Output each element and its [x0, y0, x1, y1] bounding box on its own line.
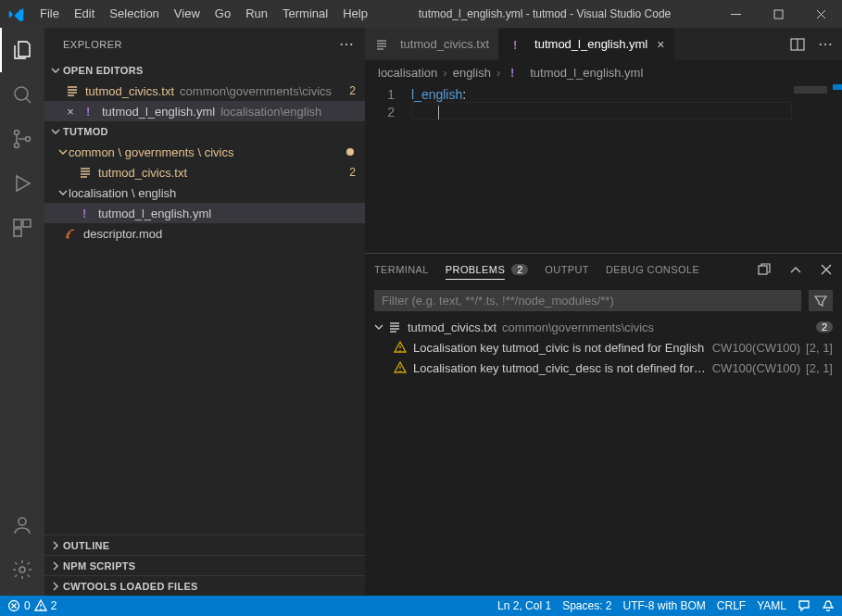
svg-point-2: [15, 87, 28, 100]
activity-accounts[interactable]: [0, 503, 44, 547]
more-icon[interactable]: ⋯: [818, 35, 833, 53]
chevron-right-icon: [48, 560, 63, 572]
file-icon: [65, 83, 80, 98]
open-editor-item[interactable]: tutmod_civics.txt common\governments\civ…: [44, 81, 365, 101]
status-bell-icon[interactable]: [822, 599, 835, 612]
panel-tab-terminal[interactable]: TERMINAL: [374, 260, 429, 279]
activity-settings[interactable]: [0, 547, 44, 592]
file-icon: !: [82, 104, 96, 119]
activity-bar: [0, 28, 44, 596]
menu-bar: File Edit Selection View Go Run Terminal…: [32, 0, 375, 28]
activity-run-debug[interactable]: [0, 161, 44, 206]
activity-source-control[interactable]: [0, 117, 44, 161]
menu-terminal[interactable]: Terminal: [275, 0, 335, 28]
folder-row[interactable]: localisation \ english: [44, 182, 365, 203]
panel-close-icon[interactable]: [820, 263, 833, 276]
problem-message: Localisation key tutmod_civic is not def…: [413, 341, 704, 355]
problem-item[interactable]: Localisation key tutmod_civic_desc is no…: [365, 358, 842, 378]
section-npm-scripts[interactable]: NPM SCRIPTS: [44, 555, 365, 575]
split-editor-icon[interactable]: [790, 37, 805, 52]
chevron-down-icon: [57, 146, 69, 157]
tab-bar: tutmod_civics.txt ! tutmod_l_english.yml…: [365, 28, 842, 60]
section-outline[interactable]: OUTLINE: [44, 534, 365, 555]
activity-search[interactable]: [0, 72, 44, 117]
status-bar: 0 2 Ln 2, Col 1 Spaces: 2 UTF-8 with BOM…: [0, 596, 842, 616]
file-row[interactable]: tutmod_civics.txt 2: [44, 162, 365, 182]
sidebar-more-icon[interactable]: ⋯: [339, 35, 355, 53]
panel-maximize-icon[interactable]: [788, 262, 803, 277]
activity-explorer[interactable]: [0, 28, 44, 72]
minimap[interactable]: [792, 84, 829, 253]
status-feedback-icon[interactable]: [798, 599, 811, 612]
section-label: NPM SCRIPTS: [63, 560, 135, 572]
status-eol[interactable]: CRLF: [717, 599, 746, 612]
breadcrumb-item[interactable]: english: [453, 66, 491, 80]
menu-view[interactable]: View: [167, 0, 207, 28]
status-encoding[interactable]: UTF-8 with BOM: [623, 599, 706, 612]
breadcrumb[interactable]: localisation › english › ! tutmod_l_engl…: [365, 60, 842, 84]
file-icon: [63, 226, 78, 241]
problem-source: CW100(CW100): [712, 361, 800, 375]
folder-row[interactable]: common \ governments \ civics: [44, 142, 365, 162]
problem-source: CW100(CW100): [712, 341, 800, 355]
file-row[interactable]: ! tutmod_l_english.yml: [44, 203, 365, 223]
problems-filter-input[interactable]: [374, 290, 801, 311]
code-editor[interactable]: 1 2 l_english:: [365, 84, 842, 253]
section-label: CWTOOLS LOADED FILES: [63, 581, 198, 592]
status-language[interactable]: YAML: [757, 599, 786, 612]
code-token: l_english: [411, 87, 462, 102]
status-errors[interactable]: 0 2: [7, 599, 57, 612]
panel-restore-icon[interactable]: [757, 262, 772, 277]
menu-help[interactable]: Help: [335, 0, 375, 28]
tab-english[interactable]: ! tutmod_l_english.yml ×: [499, 28, 674, 60]
chevron-down-icon: [371, 321, 387, 333]
menu-selection[interactable]: Selection: [102, 0, 166, 28]
close-icon[interactable]: ×: [63, 105, 78, 119]
activity-extensions[interactable]: [0, 206, 44, 250]
tab-label: tutmod_l_english.yml: [534, 37, 647, 51]
menu-edit[interactable]: Edit: [67, 0, 102, 28]
folder-name: localisation \ english: [69, 186, 176, 200]
close-icon[interactable]: ×: [653, 37, 664, 52]
svg-point-9: [19, 518, 26, 525]
panel-tab-output[interactable]: OUTPUT: [545, 260, 589, 279]
warning-icon: [393, 340, 408, 355]
status-indentation[interactable]: Spaces: 2: [562, 599, 611, 612]
sidebar-title: EXPLORER: [63, 39, 339, 50]
chevron-right-icon: ›: [495, 66, 502, 80]
tab-label: tutmod_civics.txt: [400, 37, 489, 51]
breadcrumb-item[interactable]: tutmod_l_english.yml: [530, 66, 643, 80]
svg-rect-1: [774, 10, 783, 19]
overview-ruler[interactable]: [829, 84, 842, 253]
svg-text:!: !: [86, 105, 90, 118]
titlebar: File Edit Selection View Go Run Terminal…: [0, 0, 842, 28]
file-path: common\governments\civics: [174, 84, 332, 98]
open-editor-item[interactable]: × ! tutmod_l_english.yml localisation\en…: [44, 101, 365, 121]
filter-icon[interactable]: [809, 290, 833, 311]
file-name: descriptor.mod: [83, 227, 162, 241]
maximize-button[interactable]: [757, 0, 799, 28]
svg-point-3: [15, 131, 19, 135]
section-open-editors[interactable]: OPEN EDITORS: [44, 60, 365, 81]
status-cursor-position[interactable]: Ln 2, Col 1: [497, 599, 551, 612]
file-row[interactable]: descriptor.mod: [44, 223, 365, 244]
problem-item[interactable]: Localisation key tutmod_civic is not def…: [365, 337, 842, 358]
file-name: tutmod_l_english.yml: [102, 105, 215, 119]
menu-run[interactable]: Run: [238, 0, 275, 28]
panel-tab-debug-console[interactable]: DEBUG CONSOLE: [606, 260, 699, 279]
minimize-button[interactable]: [714, 0, 757, 28]
svg-point-4: [15, 144, 19, 148]
problem-file-row[interactable]: tutmod_civics.txt common\governments\civ…: [365, 317, 842, 337]
menu-go[interactable]: Go: [207, 0, 238, 28]
chevron-right-icon: ›: [441, 66, 448, 80]
menu-file[interactable]: File: [32, 0, 67, 28]
close-button[interactable]: [799, 0, 842, 28]
vscode-logo: [0, 6, 32, 22]
section-project[interactable]: TUTMOD: [44, 121, 365, 142]
panel-tab-problems[interactable]: PROBLEMS: [446, 260, 505, 280]
breadcrumb-item[interactable]: localisation: [378, 66, 437, 80]
file-icon: [374, 37, 389, 52]
section-cwtools[interactable]: CWTOOLS LOADED FILES: [44, 575, 365, 596]
tab-civics[interactable]: tutmod_civics.txt: [365, 28, 499, 60]
problems-count-badge: 2: [511, 264, 528, 275]
